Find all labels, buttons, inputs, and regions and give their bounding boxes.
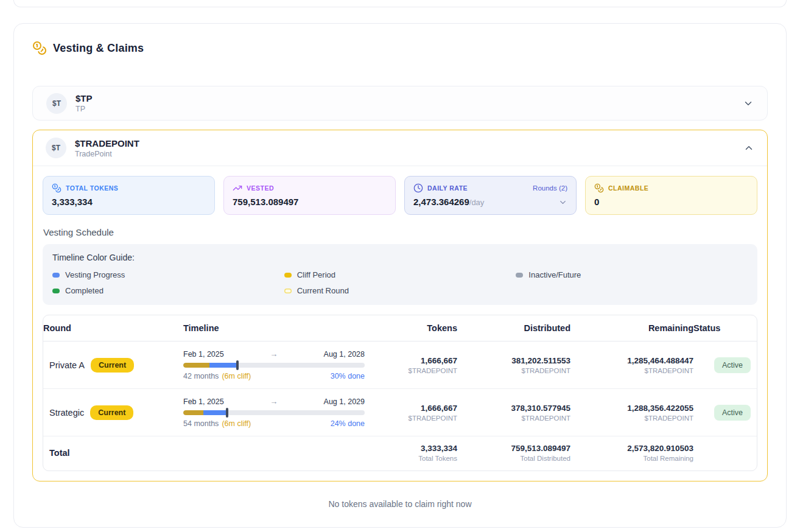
total-tokens-caption: Total Tokens [418, 455, 457, 462]
legend-label: Inactive/Future [528, 270, 581, 279]
total-distributed-value: 759,513.089497 [511, 444, 570, 453]
stat-total-tokens: TOTAL TOKENS 3,333,334 [43, 176, 215, 215]
stat-value: 3,333,334 [52, 197, 93, 207]
token-name: TP [75, 105, 93, 113]
stat-value: 2,473.364269 [413, 197, 469, 207]
token-row-tp[interactable]: $T $TP TP [32, 86, 768, 121]
total-distributed-caption: Total Distributed [521, 455, 570, 462]
legend-item-inactive-future: Inactive/Future [516, 270, 748, 279]
timeline-duration: 54 months [183, 419, 219, 428]
legend-label: Cliff Period [297, 270, 335, 279]
tokens-value: 1,666,667 [421, 404, 457, 413]
timeline-cell: Feb 1, 2025 → Aug 1, 2028 42 months(6m c… [176, 349, 365, 380]
coins-icon [52, 183, 61, 193]
trending-up-icon [233, 183, 242, 193]
legend-item-vesting-progress: Vesting Progress [52, 270, 284, 279]
stat-value-suffix: /day [469, 198, 485, 207]
progress-marker [226, 408, 228, 418]
distributed-cell: 378,310.577945 $TRADEPOINT [457, 404, 570, 422]
stat-label: VESTED [247, 184, 274, 192]
stat-label: DAILY RATE [427, 184, 468, 192]
legend-label: Completed [65, 286, 104, 295]
col-header-remaining: Remaining [570, 315, 693, 341]
round-name: Private A [49, 360, 85, 370]
legend-item-completed: Completed [52, 286, 284, 295]
legend-dot [284, 289, 292, 293]
previous-card-edge [13, 0, 787, 7]
current-badge: Current [91, 358, 134, 373]
chevron-down-icon[interactable] [558, 198, 567, 207]
vesting-claims-panel: Vesting & Claims $T $TP TP $T $TRADEPOIN… [13, 23, 787, 528]
distributed-value: 381,202.511553 [511, 356, 570, 365]
col-header-tokens: Tokens [372, 315, 457, 341]
total-distributed-cell: 759,513.089497 Total Distributed [457, 444, 570, 462]
tokens-value: 1,666,667 [421, 356, 457, 365]
timeline-start-date: Feb 1, 2025 [183, 397, 224, 406]
distributed-value: 378,310.577945 [511, 404, 570, 413]
timeline-progress-bar [183, 363, 365, 368]
chevron-up-icon[interactable] [743, 142, 754, 153]
total-remaining-caption: Total Remaining [644, 455, 693, 462]
coins-icon [594, 183, 604, 193]
remaining-value: 1,285,464.488447 [627, 356, 693, 365]
total-remaining-value: 2,573,820.910503 [627, 444, 693, 453]
timeline-cliff: (6m cliff) [222, 419, 251, 428]
timeline-progress-bar [183, 410, 365, 415]
current-badge: Current [90, 405, 133, 420]
stat-claimable: CLAIMABLE 0 [585, 176, 757, 215]
status-badge: Active [714, 405, 751, 421]
legend-item-current-round: Current Round [284, 286, 516, 295]
coins-icon [32, 41, 47, 55]
legend-dot [516, 273, 523, 278]
timeline-duration: 42 months [183, 372, 219, 380]
legend-grid: Vesting Progress Cliff Period Inactive/F… [52, 270, 748, 295]
token-avatar: $T [46, 93, 67, 114]
stat-label: TOTAL TOKENS [66, 184, 118, 192]
token-symbol: $TP [75, 93, 93, 103]
legend-dot [284, 273, 292, 278]
timeline-cell: Feb 1, 2025 → Aug 1, 2029 54 months(6m c… [176, 397, 365, 428]
token-card-body: TOTAL TOKENS 3,333,334 [33, 166, 767, 481]
remaining-cell: 1,285,464.488447 $TRADEPOINT [570, 356, 693, 374]
stat-vested: VESTED 759,513.089497 [223, 176, 396, 215]
tokens-unit: $TRADEPOINT [408, 415, 457, 422]
token-name: TradePoint [75, 150, 139, 158]
legend-label: Current Round [297, 286, 349, 295]
status-badge: Active [714, 357, 751, 373]
total-tokens-cell: 3,333,334 Total Tokens [372, 444, 457, 462]
timeline-end-date: Aug 1, 2029 [324, 397, 365, 406]
distributed-unit: $TRADEPOINT [521, 367, 570, 374]
token-card-tradepoint: $T $TRADEPOINT TradePoint [32, 130, 768, 481]
stat-value: 0 [594, 197, 599, 207]
distributed-cell: 381,202.511553 $TRADEPOINT [457, 356, 570, 374]
col-header-round: Round [43, 315, 176, 341]
total-label: Total [43, 448, 176, 458]
stat-daily-rate[interactable]: DAILY RATE Rounds (2) 2,473.364269/day [404, 176, 577, 215]
table-row: Strategic Current Feb 1, 2025 → Aug 1, 2… [43, 389, 757, 436]
tokens-cell: 1,666,667 $TRADEPOINT [372, 404, 457, 422]
col-header-timeline: Timeline [176, 315, 372, 341]
vesting-schedule-title: Vesting Schedule [43, 227, 757, 237]
token-identity: $TRADEPOINT TradePoint [75, 138, 139, 158]
page-title: Vesting & Claims [53, 42, 144, 55]
token-list: $T $TP TP $T $TRADEPOINT TradePoint [32, 86, 768, 481]
token-row-tradepoint[interactable]: $T $TRADEPOINT TradePoint [33, 130, 767, 166]
remaining-unit: $TRADEPOINT [644, 367, 693, 374]
chevron-down-icon[interactable] [743, 98, 754, 109]
stats-grid: TOTAL TOKENS 3,333,334 [43, 176, 757, 215]
token-avatar: $T [46, 138, 66, 158]
timeline-end-date: Aug 1, 2028 [324, 350, 365, 359]
guide-title: Timeline Color Guide: [52, 253, 748, 262]
remaining-cell: 1,288,356.422055 $TRADEPOINT [570, 404, 693, 422]
distributed-unit: $TRADEPOINT [521, 415, 570, 422]
col-header-distributed: Distributed [457, 315, 570, 341]
progress-marker [236, 360, 239, 370]
total-remaining-cell: 2,573,820.910503 Total Remaining [570, 444, 693, 462]
table-row: Private A Current Feb 1, 2025 → Aug 1, 2… [43, 341, 757, 389]
legend-label: Vesting Progress [65, 270, 125, 279]
remaining-value: 1,288,356.422055 [627, 404, 693, 413]
tokens-unit: $TRADEPOINT [408, 367, 457, 374]
stat-label: CLAIMABLE [608, 184, 648, 192]
vesting-table: Round Timeline Tokens Distributed Remain… [43, 315, 757, 471]
table-header-row: Round Timeline Tokens Distributed Remain… [43, 315, 757, 341]
